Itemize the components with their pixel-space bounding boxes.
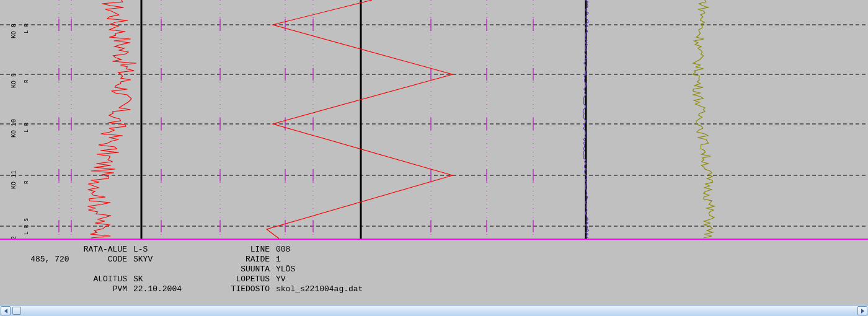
scroll-thumb[interactable] — [12, 307, 21, 315]
info-left-block: RATA-ALUEL-SCODESKYVALOITUSSKPVM22.10.20… — [78, 245, 182, 294]
y-sublabel: R — [24, 80, 30, 83]
y-label: KO 11 — [11, 170, 17, 189]
y-label: KO 9 — [11, 73, 17, 88]
y-label: KO 10 — [11, 119, 17, 138]
separator-line — [0, 239, 868, 240]
scroll-left-button[interactable] — [1, 306, 11, 315]
cursor-coord: 485, 720 — [30, 255, 69, 264]
info-panel: 485, 720 RATA-ALUEL-SCODESKYVALOITUSSKPV… — [0, 245, 868, 297]
chevron-right-icon — [861, 309, 864, 314]
chevron-left-icon — [4, 309, 7, 314]
y-sublabel: L R — [24, 24, 30, 33]
y-label: KO 8 — [11, 24, 17, 38]
horizontal-scrollbar[interactable] — [0, 305, 868, 316]
y-sublabel: R — [24, 181, 30, 184]
measurement-plot — [0, 0, 868, 239]
scroll-right-button[interactable] — [857, 306, 867, 315]
y-sublabel: L R S — [24, 218, 30, 235]
y-sublabel: L R — [24, 123, 30, 133]
info-right-block: LINE008RAIDE1SUUNTAYLÖSLOPETUSYVTIEDOSTO… — [220, 245, 363, 294]
